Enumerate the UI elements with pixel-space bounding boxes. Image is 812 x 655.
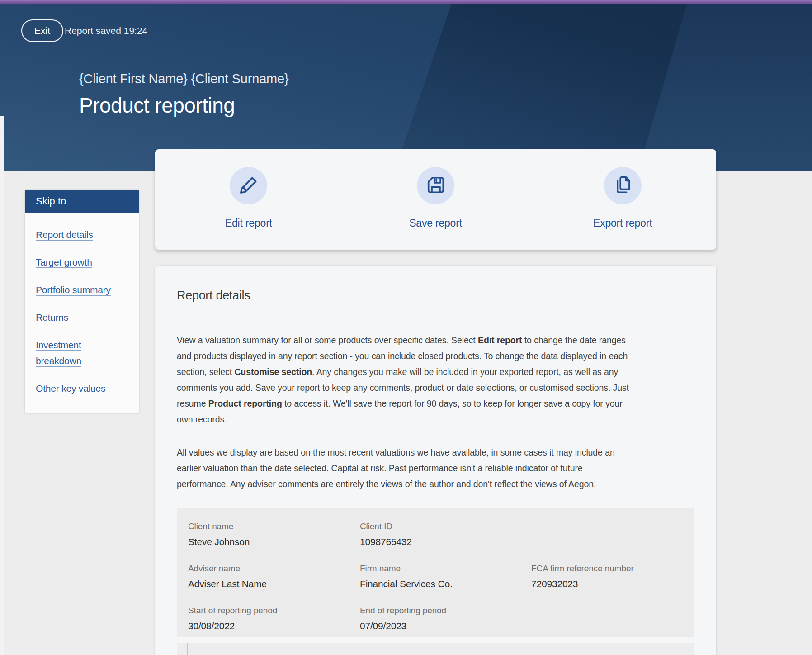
sidebar-item-other-key-values[interactable]: Other key values [36,383,105,394]
field-adviser-name: Adviser name Adviser Last Name [188,563,360,590]
edit-icon-circle [230,167,267,204]
next-subsection-partial [177,643,694,655]
brand-top-strip [0,0,812,4]
hero-titles: {Client First Name} {Client Surname} Pro… [79,71,288,118]
sidebar-item-investment-breakdown[interactable]: Investment breakdown [36,340,81,366]
report-actions-card: Edit report Save report [155,149,716,250]
field-client-id: Client ID 1098765432 [360,521,531,548]
sidebar-item-target-growth[interactable]: Target growth [36,257,92,267]
exit-button[interactable]: Exit [21,19,63,42]
field-label: FCA firm reference number [531,563,685,574]
field-start-period: Start of reporting period 30/08/2022 [188,605,360,632]
edit-report-label: Edit report [225,217,272,229]
field-value: 30/08/2022 [188,620,360,632]
field-label: Firm name [360,563,531,574]
field-label: Adviser name [188,563,360,574]
field-value: Steve Johnson [188,536,360,548]
field-value: Financial Services Co. [360,578,531,590]
sidebar-item-portfolio-summary[interactable]: Portfolio summary [36,285,111,295]
pencil-icon [238,175,259,197]
copy-icon [612,175,633,197]
left-edge-strip [0,116,4,655]
sidebar-title: Skip to [25,190,139,213]
sidebar-item-returns[interactable]: Returns [36,312,68,323]
intro-bold-customise-section: Customise section [234,367,312,377]
sidebar-links: Report details Target growth Portfolio s… [25,213,139,413]
save-report-label: Save report [409,217,462,229]
sidebar-item-report-details[interactable]: Report details [36,229,93,240]
field-firm-name: Firm name Financial Services Co. [360,563,531,590]
field-value: 720932023 [531,578,685,590]
disclaimer-paragraph: All values we display are based on the m… [177,445,636,492]
save-icon-circle [417,167,454,204]
report-saved-status: Report saved 19:24 [65,19,147,42]
floppy-disk-icon [425,175,446,197]
field-spacer [531,605,685,632]
export-report-label: Export report [593,217,652,229]
intro-paragraph: View a valuation summary for all or some… [177,332,636,427]
field-value: 1098765432 [360,536,531,548]
skip-to-sidebar: Skip to Report details Target growth Por… [25,190,139,413]
report-details-section: Report details View a valuation summary … [155,266,716,655]
export-icon-circle [604,167,642,204]
intro-text-1: View a valuation summary for all or some… [177,335,478,345]
field-label: Start of reporting period [188,605,360,616]
client-name-placeholder: {Client First Name} {Client Surname} [79,71,288,86]
export-report-button[interactable]: Export report [529,166,716,229]
section-heading: Report details [177,289,694,303]
field-value: Adviser Last Name [188,578,360,590]
field-client-name: Client name Steve Johnson [188,521,360,548]
field-label: End of reporting period [360,605,531,616]
action-card-header [155,149,716,166]
field-fca-reference: FCA firm reference number 720932023 [531,563,685,590]
next-subsection-border [187,643,685,655]
edit-report-button[interactable]: Edit report [155,166,342,229]
field-label: Client ID [360,521,531,532]
field-label: Client name [188,521,360,532]
intro-bold-product-reporting: Product reporting [208,399,282,408]
field-value: 07/09/2023 [360,620,531,632]
client-details-box: Client name Steve Johnson Client ID 1098… [177,508,694,637]
page-title: Product reporting [79,93,288,118]
intro-bold-edit-report: Edit report [478,335,522,345]
page-header: Exit Report saved 19:24 {Client First Na… [0,4,812,171]
save-report-button[interactable]: Save report [342,166,529,229]
field-end-period: End of reporting period 07/09/2023 [360,605,531,632]
field-spacer [531,521,685,548]
